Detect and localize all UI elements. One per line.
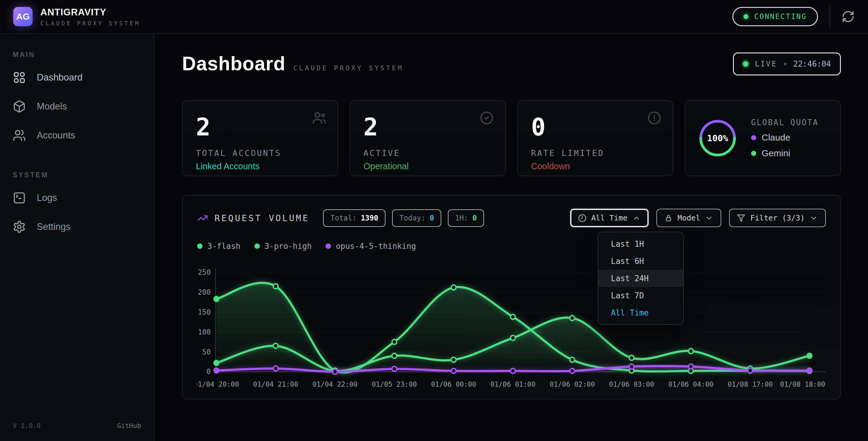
sidebar: MAIN Dashboard Models Accounts SYSTEM Lo… xyxy=(0,34,154,441)
quota-label: GLOBAL QUOTA xyxy=(751,118,818,127)
pill-value: 0 xyxy=(430,214,434,222)
legend-label: opus-4-5-thinking xyxy=(336,242,416,251)
separator-dot-icon xyxy=(784,63,786,65)
time-range-label: All Time xyxy=(591,213,627,222)
legend-dot-icon xyxy=(254,243,260,249)
stat-card-rate-limited: 0 RATE LIMITED Cooldown xyxy=(517,100,673,176)
refresh-icon[interactable] xyxy=(841,10,855,23)
today-pill: Today: 0 xyxy=(392,209,441,227)
sidebar-item-label: Logs xyxy=(37,193,57,203)
dropdown-item-last-24h[interactable]: Last 24H xyxy=(598,270,683,287)
app-subtitle: CLAUDE PROXY SYSTEM xyxy=(40,20,140,27)
quota-percent: 100% xyxy=(698,118,738,158)
users-icon xyxy=(312,111,326,125)
filter-button[interactable]: Filter (3/3) xyxy=(729,209,826,227)
app-logo: AG xyxy=(13,7,33,26)
sidebar-item-label: Accounts xyxy=(37,130,75,141)
stat-card-total-accounts: 2 TOTAL ACCOUNTS Linked Accounts xyxy=(182,100,338,176)
chart-header: REQUEST VOLUME Total: 1390 Today: 0 1H: … xyxy=(197,209,826,227)
legend-dot-icon xyxy=(197,243,203,249)
svg-text:01/06 00:00: 01/06 00:00 xyxy=(431,380,476,388)
svg-text:01/06 03:00: 01/06 03:00 xyxy=(609,380,654,388)
chevron-down-icon xyxy=(809,214,818,222)
legend-item-3-pro-high: 3-pro-high xyxy=(254,242,312,251)
quota-legend: GLOBAL QUOTA Claude Gemini xyxy=(751,118,818,158)
check-circle-icon xyxy=(480,111,494,125)
time-range-button[interactable]: All Time xyxy=(570,209,649,227)
stat-card-global-quota: 100% GLOBAL QUOTA Claude Gemini xyxy=(685,100,841,176)
dropdown-item-last-7d[interactable]: Last 7D xyxy=(598,287,683,304)
pill-label: Total: xyxy=(330,214,356,222)
sidebar-item-accounts[interactable]: Accounts xyxy=(0,121,154,150)
svg-text:01/05 23:00: 01/05 23:00 xyxy=(372,380,417,388)
request-volume-chart: 05010015020025001/04 20:0001/04 21:0001/… xyxy=(197,263,826,390)
svg-text:01/06 04:00: 01/06 04:00 xyxy=(668,380,713,388)
stat-sublabel: Cooldown xyxy=(531,161,659,171)
sidebar-item-models[interactable]: Models xyxy=(0,92,154,121)
gear-icon xyxy=(13,220,26,233)
page-subtitle: CLAUDE PROXY SYSTEM xyxy=(293,64,404,72)
svg-text:01/08 18:00: 01/08 18:00 xyxy=(780,380,825,388)
stat-label: ACTIVE xyxy=(364,148,492,158)
stat-value: 2 xyxy=(364,115,492,139)
page-title: Dashboard xyxy=(182,53,285,75)
legend-label: 3-pro-high xyxy=(265,242,312,251)
svg-text:01/04 20:00: 01/04 20:00 xyxy=(197,380,239,388)
sidebar-item-settings[interactable]: Settings xyxy=(0,212,154,241)
dropdown-item-last-1h[interactable]: Last 1H xyxy=(598,235,683,253)
chart-legend: 3-flash3-pro-highopus-4-5-thinking xyxy=(197,242,826,251)
stat-card-active: 2 ACTIVE Operational xyxy=(350,100,506,176)
line-chart-svg: 05010015020025001/04 20:0001/04 21:0001/… xyxy=(197,263,826,390)
package-icon xyxy=(13,100,26,113)
live-dot-icon xyxy=(743,61,748,67)
model-button-label: Model xyxy=(678,213,700,222)
app-header: AG ANTIGRAVITY CLAUDE PROXY SYSTEM CONNE… xyxy=(0,0,868,34)
live-label: LIVE xyxy=(755,60,777,68)
users-icon xyxy=(13,129,26,142)
sidebar-item-dashboard[interactable]: Dashboard xyxy=(0,63,154,92)
dropdown-item-all-time[interactable]: All Time xyxy=(598,304,683,321)
connection-status-badge[interactable]: CONNECTING xyxy=(733,7,818,26)
chart-title-wrap: REQUEST VOLUME xyxy=(197,213,309,224)
chart-stat-pills: Total: 1390 Today: 0 1H: 0 xyxy=(323,209,484,227)
chart-controls: All Time Model xyxy=(570,209,826,227)
github-link[interactable]: GitHub xyxy=(117,422,141,430)
svg-text:01/06 02:00: 01/06 02:00 xyxy=(550,380,595,388)
legend-label: 3-flash xyxy=(207,242,241,251)
quota-legend-label: Gemini xyxy=(762,148,790,158)
dropdown-item-last-6h[interactable]: Last 6H xyxy=(598,253,683,270)
page-header: Dashboard CLAUDE PROXY SYSTEM LIVE 22:46… xyxy=(182,53,841,76)
time-range-dropdown: Last 1HLast 6HLast 24HLast 7DAll Time xyxy=(598,232,684,325)
sidebar-section-system: SYSTEM xyxy=(13,171,154,179)
pill-label: 1H: xyxy=(455,214,468,222)
sidebar-footer: V 1.0.0 GitHub xyxy=(13,422,141,430)
request-volume-card: REQUEST VOLUME Total: 1390 Today: 0 1H: … xyxy=(182,195,841,400)
terminal-icon xyxy=(13,191,26,205)
svg-text:01/04 21:00: 01/04 21:00 xyxy=(253,380,299,388)
brand-block: ANTIGRAVITY CLAUDE PROXY SYSTEM xyxy=(40,7,140,27)
quota-legend-label: Claude xyxy=(762,133,790,143)
svg-text:100: 100 xyxy=(198,328,211,336)
model-filter-button[interactable]: Model xyxy=(656,209,721,227)
legend-item-3-flash: 3-flash xyxy=(197,242,241,251)
alert-circle-icon xyxy=(647,111,661,125)
svg-text:01/04 22:00: 01/04 22:00 xyxy=(313,380,358,388)
chevron-up-icon xyxy=(632,214,641,222)
pill-value: 0 xyxy=(472,214,476,222)
stat-sublabel: Operational xyxy=(364,161,492,171)
quota-legend-gemini: Gemini xyxy=(751,148,818,158)
svg-text:200: 200 xyxy=(198,288,211,296)
clock-icon xyxy=(578,214,587,222)
total-pill: Total: 1390 xyxy=(323,209,385,227)
app-title: ANTIGRAVITY xyxy=(40,7,140,18)
stats-row: 2 TOTAL ACCOUNTS Linked Accounts 2 ACTIV… xyxy=(182,100,841,176)
header-actions: CONNECTING xyxy=(733,5,855,28)
connection-status-label: CONNECTING xyxy=(754,12,807,21)
svg-text:0: 0 xyxy=(207,368,211,376)
legend-item-opus-4-5-thinking: opus-4-5-thinking xyxy=(326,242,416,251)
sidebar-item-logs[interactable]: Logs xyxy=(0,183,154,212)
stat-value: 0 xyxy=(531,115,659,139)
layout-grid-icon xyxy=(13,71,26,84)
version-label: V 1.0.0 xyxy=(13,422,41,430)
gemini-dot-icon xyxy=(751,151,756,156)
